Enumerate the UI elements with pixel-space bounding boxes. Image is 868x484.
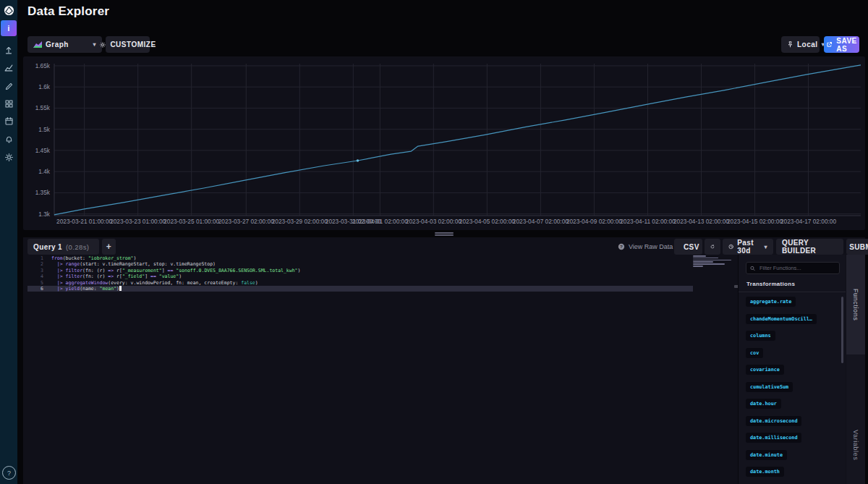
- flux-code-editor[interactable]: 1from(bucket: "iobroker_strom")2 |> rang…: [27, 255, 693, 292]
- tab-variables[interactable]: Variables: [846, 412, 865, 477]
- y-tick-label: 1.45k: [35, 147, 51, 154]
- settings-gear-icon: [4, 153, 14, 162]
- chevron-down-icon: ▾: [93, 41, 96, 48]
- function-item[interactable]: chandeMomentumOscill…: [746, 314, 817, 324]
- query-builder-button[interactable]: QUERY BUILDER: [776, 239, 843, 255]
- function-item[interactable]: columns: [746, 331, 775, 341]
- x-tick-label: 2023-04-05 02:00:00: [459, 218, 515, 225]
- sidebar-item-notebooks[interactable]: [0, 78, 17, 94]
- line-number: 1: [27, 255, 51, 261]
- function-item[interactable]: date.microsecond: [746, 416, 801, 426]
- write-target-dropdown[interactable]: Local ▾: [781, 36, 820, 53]
- help-glyph: ?: [7, 470, 11, 477]
- code-text: |> yield(name: "mean"): [51, 286, 122, 292]
- query-builder-label: QUERY BUILDER: [782, 239, 838, 255]
- function-item[interactable]: date.minute: [746, 450, 787, 460]
- panel-resize-handle[interactable]: [23, 231, 865, 237]
- sidebar-item-alerts[interactable]: [0, 131, 17, 147]
- csv-download-button[interactable]: CSV: [674, 239, 702, 255]
- submit-button[interactable]: SUBMIT: [846, 239, 868, 255]
- clock-icon: [728, 243, 733, 250]
- sidebar-item-upload[interactable]: [0, 42, 17, 58]
- x-tick-label: 2023-03-29 02:00:00: [272, 218, 328, 225]
- minimap-line: [693, 258, 718, 259]
- editor-minimap[interactable]: [693, 255, 733, 268]
- edit-pencil-icon: [4, 82, 14, 91]
- query-panel: Query 1 (0.28s) + ? View Raw Data CSV Pa…: [23, 237, 865, 484]
- x-tick-label: 2023-04-13 02:00:00: [673, 218, 729, 225]
- view-type-label: Graph: [46, 41, 69, 48]
- code-text: |> filter(fn: (r) => r["_measurement"] =…: [51, 268, 300, 273]
- submit-label: SUBMIT: [849, 243, 868, 251]
- org-avatar[interactable]: i: [1, 20, 17, 36]
- function-item[interactable]: covariance: [746, 365, 784, 375]
- export-icon: [826, 41, 833, 48]
- code-text: from(bucket: "iobroker_strom"): [51, 255, 136, 261]
- y-tick-label: 1.6k: [38, 83, 51, 90]
- code-line[interactable]: 1from(bucket: "iobroker_strom"): [27, 255, 693, 261]
- code-line[interactable]: 2 |> range(start: v.timeRangeStart, stop…: [27, 261, 693, 267]
- function-item[interactable]: date.month: [746, 467, 784, 477]
- function-item[interactable]: aggregate.rate: [746, 297, 796, 307]
- x-tick-label: 2023-04-09 02:00:00: [566, 218, 622, 225]
- function-item[interactable]: cov: [746, 348, 763, 358]
- time-range-label: Past 30d: [737, 239, 760, 255]
- save-as-label: SAVE AS: [836, 37, 857, 53]
- minimap-line: [693, 266, 703, 267]
- function-item[interactable]: date.millisecond: [746, 433, 801, 443]
- view-type-dropdown[interactable]: Graph ▾: [27, 36, 102, 53]
- sidebar-item-explore[interactable]: [0, 60, 17, 76]
- code-line[interactable]: 4 |> filter(fn: (r) => r["_field"] == "v…: [27, 273, 693, 279]
- upload-icon: [4, 45, 14, 55]
- time-series-chart: 1.3k1.35k1.4k1.45k1.5k1.55k1.6k1.65k2023…: [23, 56, 865, 230]
- csv-label: CSV: [684, 243, 699, 251]
- refresh-button[interactable]: [705, 239, 720, 255]
- y-tick-label: 1.5k: [38, 126, 51, 133]
- line-number: 4: [27, 273, 51, 279]
- functions-scrollbar[interactable]: [841, 297, 843, 363]
- y-tick-label: 1.3k: [38, 211, 51, 218]
- visualization-panel: 1.3k1.35k1.4k1.45k1.5k1.55k1.6k1.65k2023…: [23, 56, 865, 230]
- code-line[interactable]: 5 |> aggregateWindow(every: v.windowPeri…: [27, 280, 693, 286]
- pin-icon: [787, 41, 793, 48]
- function-search-input[interactable]: [758, 264, 835, 272]
- add-query-button[interactable]: +: [102, 239, 116, 255]
- line-number: 6: [27, 286, 51, 292]
- sidebar-item-dashboards[interactable]: [0, 95, 17, 111]
- y-tick-label: 1.65k: [35, 62, 51, 69]
- code-line[interactable]: 3 |> filter(fn: (r) => r["_measurement"]…: [27, 268, 693, 273]
- y-tick-label: 1.4k: [38, 168, 51, 175]
- view-raw-data-label: View Raw Data: [629, 243, 673, 250]
- x-tick-label: 2023-04-11 02:00:00: [620, 218, 676, 225]
- x-tick-label: 2023-04-15 02:00:00: [727, 218, 783, 225]
- sidebar-item-tasks[interactable]: [0, 113, 17, 129]
- functions-panel: Transformations aggregate.ratechandeMome…: [738, 255, 846, 484]
- x-tick-label: 2023-03-27 02:00:00: [218, 218, 274, 225]
- tab-functions-label: Functions: [852, 289, 859, 320]
- sidebar-item-settings[interactable]: [0, 149, 17, 165]
- alerts-bell-icon: [4, 135, 14, 144]
- tab-functions[interactable]: Functions: [846, 255, 865, 354]
- time-range-dropdown[interactable]: Past 30d ▾: [723, 239, 773, 255]
- divider: [739, 292, 846, 292]
- customize-button[interactable]: CUSTOMIZE: [106, 36, 150, 53]
- x-tick-label: 2023-04-01 02:00:00: [352, 218, 408, 225]
- x-tick-label: 2023-03-23 01:00:00: [110, 218, 166, 225]
- search-icon: [750, 266, 755, 271]
- chevron-down-icon: ▾: [765, 244, 767, 250]
- function-item[interactable]: cumulativeSum: [746, 382, 793, 392]
- help-button[interactable]: ?: [2, 466, 16, 480]
- query-tab[interactable]: Query 1 (0.28s): [27, 239, 99, 255]
- function-search: [746, 262, 840, 274]
- query-duration: (0.28s): [66, 243, 89, 251]
- area-chart-icon: [33, 41, 42, 48]
- function-item[interactable]: date.hour: [746, 399, 781, 409]
- org-avatar-initial: i: [8, 25, 10, 33]
- save-as-button[interactable]: SAVE AS: [824, 36, 859, 53]
- functions-list: aggregate.ratechandeMomentumOscill…colum…: [746, 297, 838, 483]
- y-tick-label: 1.55k: [35, 104, 51, 111]
- info-circle-icon: ?: [618, 243, 625, 250]
- code-text: |> range(start: v.timeRangeStart, stop: …: [51, 261, 216, 267]
- influxdb-logo[interactable]: [0, 2, 17, 18]
- code-line[interactable]: 6 |> yield(name: "mean"): [27, 286, 693, 292]
